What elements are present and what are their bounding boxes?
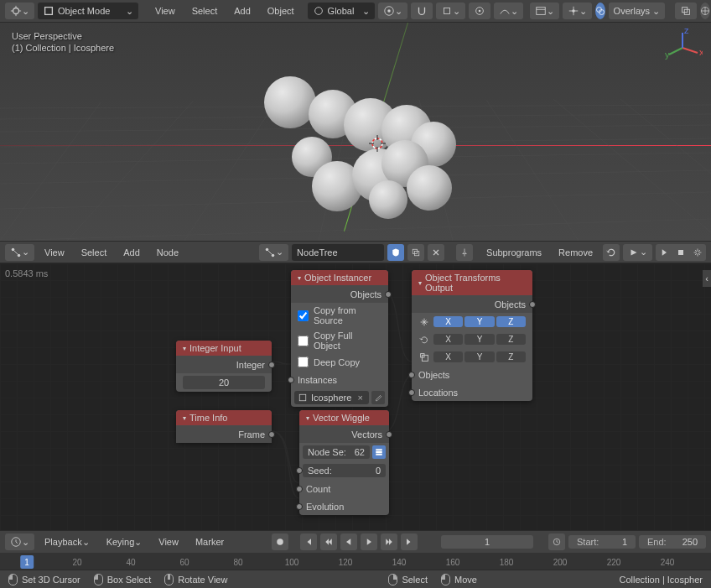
jump-to-prev-keyframe[interactable] <box>320 533 337 550</box>
source-object-field[interactable]: Icosphere × <box>294 391 369 404</box>
copy-full-object-row[interactable]: Copy Full Object <box>291 328 388 353</box>
node-title[interactable]: ▾Object Instancer <box>291 270 388 285</box>
bake-button[interactable] <box>689 244 706 261</box>
node-transforms-output[interactable]: ▾Object Transforms Output Objects X Y Z … <box>412 270 532 401</box>
socket-out[interactable] <box>385 291 392 298</box>
subprograms-menu[interactable]: Subprograms <box>480 246 548 259</box>
randomize-seed-button[interactable] <box>372 445 386 459</box>
socket-in[interactable] <box>408 372 415 378</box>
execute-button[interactable] <box>656 244 672 261</box>
overlays-dropdown[interactable]: Overlays ⌄ <box>609 3 665 19</box>
mode-dropdown[interactable]: Object Mode ⌄ <box>38 3 138 19</box>
copy-from-source-checkbox[interactable] <box>298 310 309 321</box>
remove-menu[interactable]: Remove <box>552 246 599 259</box>
node-title[interactable]: ▾Time Info <box>176 410 272 425</box>
deep-copy-row[interactable]: Deep Copy <box>291 353 388 371</box>
scl-y[interactable]: Y <box>464 351 494 362</box>
rot-y[interactable]: Y <box>464 334 494 345</box>
keying-menu[interactable]: Keying ⌄ <box>100 535 149 549</box>
timeline-view-menu[interactable]: View <box>152 535 185 549</box>
menu-select[interactable]: Select <box>185 4 225 18</box>
tree-name-input[interactable]: NodeTree <box>292 244 384 261</box>
editor-type-dropdown[interactable]: ⌄ <box>5 3 34 19</box>
node-menu-node[interactable]: Node <box>150 246 185 259</box>
node-integer-input[interactable]: ▾Integer Input Integer 20 <box>176 341 272 392</box>
playhead[interactable]: 1 <box>20 555 34 569</box>
menu-add[interactable]: Add <box>227 4 257 18</box>
socket-in[interactable] <box>288 377 294 383</box>
clear-icon[interactable]: × <box>356 393 366 403</box>
proportional-dropdown[interactable]: ⌄ <box>494 3 523 19</box>
scl-z[interactable]: Z <box>496 351 526 362</box>
pin-tree[interactable] <box>456 244 473 261</box>
viewport-3d[interactable]: User Perspective (1) Collection | Icosph… <box>0 23 711 241</box>
proportional-toggle[interactable] <box>469 3 490 19</box>
playback-menu[interactable]: Playback ⌄ <box>38 535 96 549</box>
pivot-dropdown[interactable]: ⌄ <box>378 3 407 19</box>
node-menu-select[interactable]: Select <box>75 246 114 259</box>
scl-x[interactable]: X <box>433 351 463 362</box>
socket-in[interactable] <box>296 467 303 474</box>
node-editor-canvas[interactable]: 0.5843 ms ‹ ▾Integer Input Integer 20 ▾T… <box>0 263 711 530</box>
use-preview-range[interactable] <box>548 533 565 550</box>
refresh-button[interactable] <box>603 244 620 261</box>
socket-in[interactable] <box>296 503 303 510</box>
integer-value-field[interactable]: 20 <box>183 376 265 389</box>
deep-copy-checkbox[interactable] <box>298 356 309 367</box>
xray-toggle[interactable] <box>675 3 697 19</box>
loc-y[interactable]: Y <box>464 316 494 327</box>
node-title[interactable]: ▾Object Transforms Output <box>412 270 532 295</box>
rot-x[interactable]: X <box>433 334 463 345</box>
object-visibility-dropdown[interactable]: ⌄ <box>530 3 559 19</box>
node-title[interactable]: ▾Integer Input <box>176 341 272 356</box>
snap-toggle[interactable] <box>411 3 433 19</box>
jump-to-next-keyframe[interactable] <box>381 533 397 550</box>
node-menu-view[interactable]: View <box>38 246 71 259</box>
socket-out[interactable] <box>386 431 392 438</box>
socket-out[interactable] <box>268 362 275 368</box>
current-frame-field[interactable]: 1 <box>441 535 533 549</box>
sidebar-expand[interactable]: ‹ <box>703 270 711 287</box>
auto-keyframe-toggle[interactable] <box>272 533 288 550</box>
orientation-dropdown[interactable]: Global ⌄ <box>308 3 375 19</box>
menu-object[interactable]: Object <box>261 4 301 18</box>
tree-type-dropdown[interactable]: ⌄ <box>259 244 288 261</box>
shading-wireframe[interactable] <box>700 3 710 19</box>
loc-z[interactable]: Z <box>496 316 526 327</box>
socket-out[interactable] <box>529 301 536 308</box>
node-seed-field[interactable]: Node Se: 62 <box>303 445 370 459</box>
play-forward[interactable] <box>361 533 377 550</box>
eyedropper-button[interactable] <box>371 391 385 404</box>
jump-to-start[interactable] <box>300 533 317 550</box>
copy-from-source-row[interactable]: Copy from Source <box>291 303 388 328</box>
node-title[interactable]: ▾Vector Wiggle <box>299 410 389 425</box>
fake-user-toggle[interactable] <box>387 244 404 261</box>
overlays-toggle[interactable] <box>595 3 605 19</box>
menu-view[interactable]: View <box>148 4 182 18</box>
end-frame-field[interactable]: End:250 <box>639 535 706 549</box>
node-menu-add[interactable]: Add <box>117 246 147 259</box>
socket-out[interactable] <box>268 431 275 438</box>
node-vector-wiggle[interactable]: ▾Vector Wiggle Vectors Node Se: 62 Seed:… <box>299 410 389 515</box>
marker-menu[interactable]: Marker <box>189 535 231 549</box>
loc-x[interactable]: X <box>433 316 463 327</box>
seed-field[interactable]: Seed: 0 <box>303 464 386 477</box>
play-reverse[interactable] <box>340 533 357 550</box>
duplicate-tree[interactable] <box>407 244 424 261</box>
auto-execute-dropdown[interactable]: ⌄ <box>623 244 652 261</box>
copy-full-object-checkbox[interactable] <box>298 336 309 346</box>
rot-z[interactable]: Z <box>496 334 526 345</box>
timeline-editor-dropdown[interactable]: ⌄ <box>5 533 34 550</box>
node-editor-type-dropdown[interactable]: ⌄ <box>5 244 34 261</box>
socket-in[interactable] <box>296 486 303 492</box>
stop-button[interactable] <box>672 244 689 261</box>
axis-gizmo[interactable]: x y z <box>662 28 703 68</box>
snap-dropdown[interactable]: ⌄ <box>436 3 465 19</box>
node-object-instancer[interactable]: ▾Object Instancer Objects Copy from Sour… <box>291 270 388 407</box>
jump-to-end[interactable] <box>401 533 418 550</box>
start-frame-field[interactable]: Start:1 <box>568 535 636 549</box>
timeline-ruler[interactable]: 0 20 40 60 80 100 120 140 160 180 200 22… <box>0 553 711 570</box>
node-time-info[interactable]: ▾Time Info Frame <box>176 410 272 443</box>
unlink-tree[interactable] <box>428 244 444 261</box>
gizmo-dropdown[interactable]: ⌄ <box>563 3 592 19</box>
